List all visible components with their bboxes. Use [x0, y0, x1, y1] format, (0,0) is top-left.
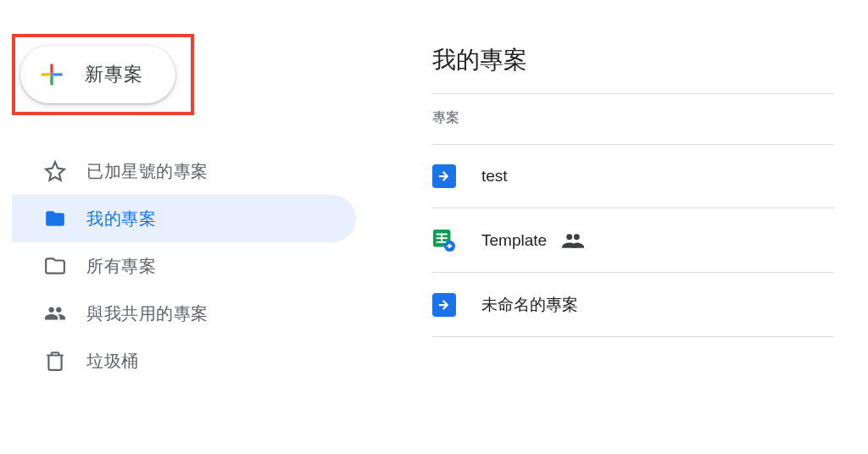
shared-icon — [562, 232, 584, 249]
new-project-button[interactable]: 新專案 — [20, 46, 175, 103]
sidebar-item-starred[interactable]: 已加星號的專案 — [12, 147, 364, 195]
project-name: 未命名的專案 — [481, 294, 578, 316]
trash-icon — [44, 350, 66, 372]
project-row[interactable]: test — [432, 144, 834, 208]
star-icon — [44, 160, 66, 182]
svg-point-7 — [566, 234, 572, 240]
sidebar-item-trash[interactable]: 垃圾桶 — [12, 337, 364, 385]
apps-script-icon — [432, 164, 456, 188]
sidebar-item-all-projects[interactable]: 所有專案 — [12, 242, 364, 290]
sidebar-item-label: 我的專案 — [86, 208, 156, 230]
people-outline-icon — [44, 302, 66, 324]
folder-icon — [44, 208, 66, 230]
section-header: 專案 — [432, 94, 834, 144]
sidebar-item-shared[interactable]: 與我共用的專案 — [12, 290, 364, 337]
sidebar-item-label: 所有專案 — [86, 255, 156, 278]
sidebar-item-my-projects[interactable]: 我的專案 — [12, 195, 356, 242]
nav-list: 已加星號的專案 我的專案 所有專案 與我共用的專案 垃圾桶 — [12, 147, 364, 385]
svg-rect-0 — [50, 73, 53, 75]
folder-outline-icon — [44, 255, 66, 277]
sidebar-item-label: 與我共用的專案 — [86, 302, 209, 325]
project-name: test — [481, 167, 508, 185]
project-name: Template — [481, 231, 547, 250]
plus-icon — [39, 62, 64, 87]
project-list: test Template — [432, 144, 834, 337]
sidebar-item-label: 已加星號的專案 — [86, 160, 209, 183]
apps-script-icon — [432, 293, 456, 317]
page-title: 我的專案 — [432, 44, 834, 76]
main-content: 我的專案 專案 test Template — [364, 0, 868, 454]
sidebar: 新專案 已加星號的專案 我的專案 所有專案 與我共用的專案 — [0, 0, 364, 454]
svg-rect-5 — [441, 233, 442, 242]
sheets-script-icon — [432, 229, 456, 252]
svg-point-8 — [574, 234, 580, 240]
project-row[interactable]: Template — [432, 208, 834, 273]
project-row[interactable]: 未命名的專案 — [432, 273, 834, 337]
new-project-label: 新專案 — [85, 62, 143, 87]
sidebar-item-label: 垃圾桶 — [86, 350, 139, 373]
new-project-highlight: 新專案 — [12, 34, 194, 115]
